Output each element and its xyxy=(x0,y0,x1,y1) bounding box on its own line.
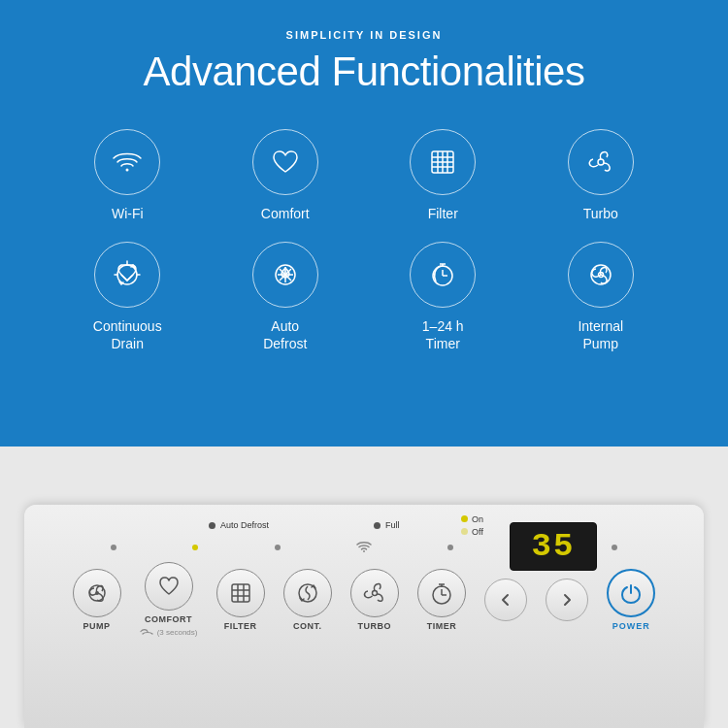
off-label: Off xyxy=(472,527,483,537)
on-label: On xyxy=(472,514,483,524)
power-button-container[interactable]: POWER xyxy=(607,569,655,631)
feature-circle-wifi xyxy=(94,129,160,195)
feature-continuous-drain: ContinuousDrain xyxy=(53,242,202,352)
subtitle: SIMPLICITY IN DESIGN xyxy=(286,29,443,41)
indicator-row: Auto Defrost Full On Off 35 xyxy=(44,514,684,536)
turbo-label: TURBO xyxy=(358,621,392,631)
comfort-btn-circle[interactable] xyxy=(145,562,193,611)
dot-6 xyxy=(612,545,617,550)
feature-comfort: Comfort xyxy=(212,129,360,222)
on-dot xyxy=(461,515,468,522)
main-title: Advanced Functionalities xyxy=(144,49,585,95)
svg-point-8 xyxy=(598,159,604,165)
feature-filter: Filter xyxy=(369,129,517,222)
feature-internal-pump: InternalPump xyxy=(527,242,676,352)
feature-wifi: Wi-Fi xyxy=(53,129,202,222)
wifi-small-icon xyxy=(356,541,372,554)
on-row: On xyxy=(461,514,483,524)
dot-2 xyxy=(192,545,198,550)
feature-circle-defrost xyxy=(252,242,318,308)
svg-point-31 xyxy=(372,591,377,596)
comfort-button[interactable]: COMFORT (3 seconds) xyxy=(140,562,198,638)
feature-label-comfort: Comfort xyxy=(261,205,310,222)
features-grid: Wi-Fi Comfort xyxy=(53,129,675,353)
cont-label: CONT. xyxy=(293,621,322,631)
buttons-row: PUMP COMFORT (3 seconds) xyxy=(44,562,684,638)
turbo-btn-circle[interactable] xyxy=(350,569,399,617)
on-off-indicator: On Off xyxy=(461,514,483,537)
dot-3 xyxy=(275,545,281,550)
feature-circle-turbo xyxy=(568,129,634,195)
svg-point-0 xyxy=(126,169,129,172)
timer-btn-circle[interactable] xyxy=(417,569,466,617)
comfort-label: COMFORT xyxy=(145,614,192,624)
arrow-right-button[interactable] xyxy=(546,579,588,621)
off-dot xyxy=(461,528,468,535)
feature-label-wifi: Wi-Fi xyxy=(112,205,144,222)
bottom-section: Auto Defrost Full On Off 35 xyxy=(0,447,728,728)
feature-label-turbo: Turbo xyxy=(583,205,618,222)
auto-defrost-label: Auto Defrost xyxy=(220,520,269,530)
cont-btn-circle[interactable] xyxy=(283,569,332,617)
pump-btn-circle[interactable] xyxy=(73,569,121,617)
comfort-sublabel: (3 seconds) xyxy=(140,628,198,638)
feature-auto-defrost: AutoDefrost xyxy=(212,242,360,352)
svg-point-24 xyxy=(95,591,99,595)
timer-button[interactable]: TIMER xyxy=(417,569,466,631)
device-panel: Auto Defrost Full On Off 35 xyxy=(24,505,704,728)
filter-button[interactable]: FILTER xyxy=(216,569,265,631)
led-display: 35 xyxy=(510,522,597,571)
feature-circle-comfort xyxy=(252,129,318,195)
full-dot xyxy=(374,522,381,529)
feature-turbo: Turbo xyxy=(527,129,676,222)
auto-defrost-dot xyxy=(209,522,215,529)
turbo-button[interactable]: TURBO xyxy=(350,569,399,631)
svg-point-22 xyxy=(363,550,365,552)
dot-4 xyxy=(447,545,453,550)
arrow-left-button[interactable] xyxy=(484,579,527,621)
pump-label: PUMP xyxy=(83,621,111,631)
filter-btn-circle[interactable] xyxy=(216,569,265,617)
timer-label: TIMER xyxy=(427,621,457,631)
feature-circle-drain xyxy=(94,242,160,308)
full-label: Full xyxy=(385,520,400,530)
feature-circle-filter xyxy=(410,129,476,195)
display-number: 35 xyxy=(532,528,576,565)
feature-timer: 1–24 hTimer xyxy=(369,242,517,352)
filter-label: FILTER xyxy=(224,621,257,631)
feature-circle-timer xyxy=(410,242,476,308)
power-button[interactable] xyxy=(607,569,655,617)
pump-button[interactable]: PUMP xyxy=(73,569,121,631)
cont-button[interactable]: CONT. xyxy=(283,569,332,631)
full-indicator: Full xyxy=(374,520,400,530)
dot-1 xyxy=(111,545,116,550)
top-section: SIMPLICITY IN DESIGN Advanced Functional… xyxy=(0,0,728,447)
off-row: Off xyxy=(461,527,483,537)
feature-label-filter: Filter xyxy=(428,205,458,222)
svg-rect-25 xyxy=(232,584,249,602)
feature-circle-pump xyxy=(568,242,634,308)
power-label: POWER xyxy=(612,621,650,631)
feature-label-defrost: AutoDefrost xyxy=(263,317,307,352)
feature-label-pump: InternalPump xyxy=(578,317,623,352)
feature-label-timer: 1–24 hTimer xyxy=(422,317,464,352)
auto-defrost-indicator: Auto Defrost xyxy=(209,520,269,530)
feature-label-drain: ContinuousDrain xyxy=(93,317,162,352)
